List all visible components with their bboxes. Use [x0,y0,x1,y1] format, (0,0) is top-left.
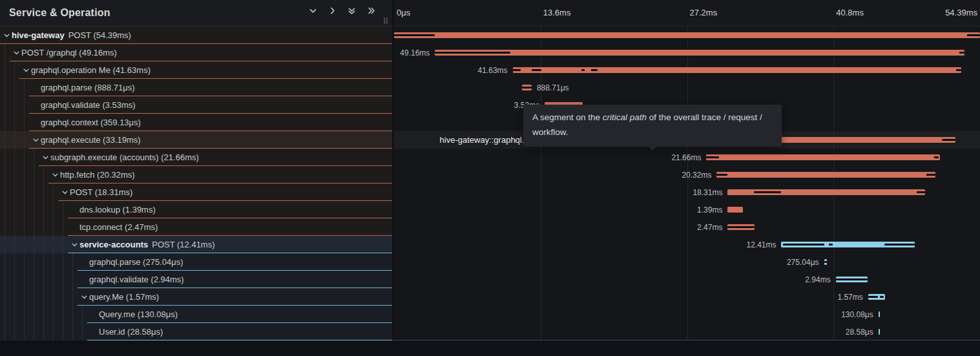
tree-row[interactable]: graphql.operation Me (41.63ms) [0,61,392,79]
critical-path-segment[interactable] [959,52,964,54]
critical-path-segment[interactable] [884,244,915,246]
critical-path-segment[interactable] [513,69,521,71]
timeline-row: 21.66ms [394,149,980,166]
tree-row[interactable]: query.Me (1.57ms) [0,288,392,306]
indent-guides [0,79,29,96]
span-duration-label: 1.57ms [837,293,862,302]
indent-guides [0,323,87,340]
timeline-row: 1.57ms [394,288,980,306]
tree-row[interactable]: hive-gatewayPOST (54.39ms) [0,26,392,44]
chevron-spacer [31,118,41,127]
operation-label: POST (54.39ms) [68,30,131,40]
span-duration-label: 130.08μs [841,310,873,319]
tree-row[interactable]: POST (18.31ms) [0,183,392,201]
critical-path-segment[interactable] [836,278,868,280]
critical-path-segment[interactable] [880,296,884,298]
bottom-strip [0,340,980,355]
tree-row[interactable]: graphql.execute (33.19ms) [0,131,392,149]
tree-row[interactable]: graphql.parse (275.04μs) [0,253,392,271]
span-bar[interactable] [727,207,742,213]
critical-path-segment[interactable] [783,244,824,246]
span-bar[interactable] [836,277,868,282]
critical-path-segment[interactable] [934,156,939,158]
critical-path-segment[interactable] [956,69,961,71]
operation-label: User.id (28.58μs) [99,327,163,337]
tree-row[interactable]: subgraph.execute (accounts) (21.66ms) [0,149,392,166]
tooltip-text-prefix: A segment on the [532,112,603,122]
critical-path-segment[interactable] [824,261,826,263]
tree-row[interactable]: POST /graphql (49.16ms) [0,44,392,61]
span-bar[interactable] [824,259,828,265]
critical-path-segment[interactable] [522,87,532,89]
tooltip-caret [648,146,657,151]
timeline-row: 275.04μs [394,253,980,271]
tree-row[interactable]: User.id (28.58μs) [0,323,392,340]
chevron-down-icon[interactable] [12,48,21,57]
critical-path-segment[interactable] [581,69,585,71]
span-bar[interactable] [879,311,880,317]
span-bar[interactable] [706,154,939,160]
span-bar[interactable] [394,32,980,38]
tree-row[interactable]: tcp.connect (2.47ms) [0,218,392,236]
chevron-down-icon[interactable] [21,66,31,74]
chevron-spacer [89,328,99,336]
chevron-down-icon[interactable] [79,293,89,301]
span-bar[interactable] [435,50,964,56]
double-chevron-right-icon[interactable] [367,6,375,15]
chevron-down-icon[interactable] [309,6,317,15]
chevron-down-icon[interactable] [70,240,79,249]
tree-row[interactable]: graphql.validate (2.94ms) [0,271,392,288]
timeline-row [394,26,980,44]
chevron-down-icon[interactable] [31,136,41,144]
timeline-chart: A segment on the critical path of the ov… [394,26,980,340]
tree-row[interactable]: Query.me (130.08μs) [0,306,392,323]
operation-label: graphql.execute (33.19ms) [41,135,141,145]
timeline-row: 18.31ms [394,183,980,201]
critical-path-segment[interactable] [926,174,936,176]
critical-path-segment[interactable] [868,296,878,298]
tree-row[interactable]: graphql.parse (888.71μs) [0,79,392,96]
chevron-right-icon[interactable] [328,6,337,15]
chevron-down-icon[interactable] [50,171,60,179]
critical-path-segment[interactable] [435,52,510,54]
span-bar[interactable] [879,329,880,335]
indent-guides [0,253,78,271]
tree-row[interactable]: http.fetch (20.32ms) [0,166,392,183]
critical-path-segment[interactable] [716,174,727,176]
span-bar[interactable] [868,294,885,300]
double-chevron-down-icon[interactable] [348,6,356,15]
span-bar[interactable] [513,67,961,73]
span-bar[interactable] [522,85,532,90]
chevron-down-icon[interactable] [41,153,50,162]
critical-path-segment[interactable] [754,191,781,193]
operation-label: graphql.context (359.13μs) [41,118,141,127]
span-bar[interactable] [727,224,754,230]
tree-row[interactable]: graphql.validate (3.53ms) [0,96,392,114]
tooltip-text-emphasis: critical path [603,112,647,122]
chevron-spacer [89,310,99,319]
chevron-down-icon[interactable] [60,188,70,196]
indent-guides [0,288,78,306]
service-operation-panel: Service & Operation || hive-gatewayPOST … [0,0,392,340]
span-bar[interactable] [781,242,915,247]
chevron-spacer [31,83,41,92]
indent-guides [0,149,39,166]
span-bar[interactable] [716,172,935,178]
critical-path-segment[interactable] [942,139,955,141]
operation-label: graphql.operation Me (41.63ms) [31,65,151,75]
critical-path-segment[interactable] [917,191,925,193]
tree-row[interactable]: dns.lookup (1.39ms) [0,201,392,218]
critical-path-segment[interactable] [967,34,980,36]
critical-path-segment[interactable] [532,69,541,71]
chevron-down-icon[interactable] [2,31,12,39]
time-tick-label: 13.6ms [543,8,571,17]
critical-path-segment[interactable] [706,156,719,158]
tree-row[interactable]: service-accountsPOST (12.41ms) [0,236,392,253]
tree-row[interactable]: graphql.context (359.13μs) [0,114,392,131]
column-resize-handle[interactable]: || [384,17,388,24]
critical-path-segment[interactable] [394,34,435,36]
critical-path-segment[interactable] [727,226,754,228]
critical-path-segment[interactable] [591,69,598,71]
critical-path-segment[interactable] [829,244,833,246]
span-bar[interactable] [727,189,924,195]
